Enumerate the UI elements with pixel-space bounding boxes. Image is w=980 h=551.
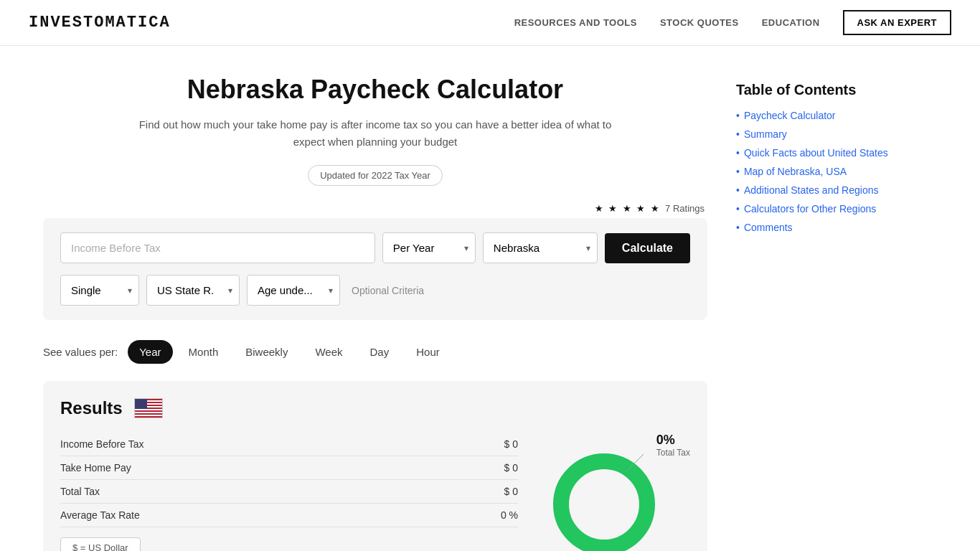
state-select[interactable]: Nebraska Alabama Alaska Arizona Californ… bbox=[483, 232, 598, 263]
result-totaltax-label: Total Tax bbox=[60, 486, 100, 497]
toc-link-quick-facts[interactable]: Quick Facts about United States bbox=[736, 147, 937, 159]
main-layout: Nebraska Paycheck Calculator Find out ho… bbox=[0, 46, 980, 551]
toc-item-2: Quick Facts about United States bbox=[736, 147, 937, 159]
filing-wrapper: Single Married Head of Household ▾ bbox=[60, 275, 139, 306]
toc-list: Paycheck Calculator Summary Quick Facts … bbox=[736, 110, 937, 233]
toc-item-3: Map of Nebraska, USA bbox=[736, 166, 937, 177]
nav-education[interactable]: EDUCATION bbox=[762, 17, 820, 28]
calculator-row-2: Single Married Head of Household ▾ US St… bbox=[60, 275, 690, 306]
toc-item-4: Additional States and Regions bbox=[736, 184, 937, 196]
filing-select[interactable]: Single Married Head of Household bbox=[60, 275, 139, 306]
income-input[interactable] bbox=[60, 232, 375, 263]
header: INVESTOMATICA RESOURCES AND TOOLS STOCK … bbox=[0, 0, 980, 46]
toc-link-calculators[interactable]: Calculators for Other Regions bbox=[736, 203, 937, 215]
result-row-takehome: Take Home Pay $ 0 bbox=[60, 456, 518, 480]
ask-expert-button[interactable]: ASK AN EXPERT bbox=[843, 10, 951, 35]
calculate-button[interactable]: Calculate bbox=[605, 233, 690, 263]
result-row-totaltax: Total Tax $ 0 bbox=[60, 480, 518, 504]
toc-link-additional-states[interactable]: Additional States and Regions bbox=[736, 184, 937, 196]
donut-chart-container: 0% Total Tax bbox=[532, 433, 690, 551]
results-box: Results Income Before Tax $ 0 Take Home … bbox=[43, 381, 707, 551]
svg-point-1 bbox=[561, 461, 647, 547]
results-table: Income Before Tax $ 0 Take Home Pay $ 0 … bbox=[60, 433, 518, 551]
result-row-income: Income Before Tax $ 0 bbox=[60, 433, 518, 456]
result-takehome-label: Take Home Pay bbox=[60, 462, 131, 474]
toc-item-6: Comments bbox=[736, 222, 937, 233]
currency-note: $ = US Dollar bbox=[60, 537, 518, 551]
toc-link-comments[interactable]: Comments bbox=[736, 222, 937, 233]
updated-badge: Updated for 2022 Tax Year bbox=[308, 165, 443, 186]
toc-link-summary[interactable]: Summary bbox=[736, 128, 937, 140]
result-row-avgrate: Average Tax Rate 0 % bbox=[60, 504, 518, 527]
state-res-select[interactable]: US State R... Non-Resident bbox=[146, 275, 240, 306]
period-selector: See values per: Year Month Biweekly Week… bbox=[43, 340, 707, 364]
results-title: Results bbox=[60, 398, 123, 418]
currency-badge: $ = US Dollar bbox=[60, 537, 141, 551]
content-area: Nebraska Paycheck Calculator Find out ho… bbox=[43, 75, 707, 551]
age-wrapper: Age unde... Age 65+ ▾ bbox=[247, 275, 340, 306]
period-label: See values per: bbox=[43, 346, 118, 358]
result-takehome-value: $ 0 bbox=[504, 462, 518, 474]
total-tax-pct: 0% bbox=[656, 433, 690, 448]
rating-row: ★ ★ ★ ★ ★ 7 Ratings bbox=[43, 203, 707, 214]
period-tab-year[interactable]: Year bbox=[128, 340, 172, 364]
page-subtitle: Find out how much your take home pay is … bbox=[138, 116, 612, 151]
nav-resources[interactable]: RESOURCES AND TOOLS bbox=[514, 17, 637, 28]
period-tabs: Year Month Biweekly Week Day Hour bbox=[128, 340, 451, 364]
period-tab-biweekly[interactable]: Biweekly bbox=[234, 340, 299, 364]
result-avgrate-label: Average Tax Rate bbox=[60, 509, 140, 521]
result-income-value: $ 0 bbox=[504, 438, 518, 450]
calculator-row-1: Per Year Per Month Per Week Per Day Per … bbox=[60, 232, 690, 263]
period-tab-month[interactable]: Month bbox=[177, 340, 230, 364]
page-title: Nebraska Paycheck Calculator bbox=[43, 75, 707, 105]
optional-criteria-label: Optional Criteria bbox=[352, 285, 424, 296]
toc-link-paycheck-calculator[interactable]: Paycheck Calculator bbox=[736, 110, 937, 121]
sidebar: Table of Contents Paycheck Calculator Su… bbox=[736, 75, 937, 551]
state-wrapper: Nebraska Alabama Alaska Arizona Californ… bbox=[483, 232, 598, 263]
period-tab-hour[interactable]: Hour bbox=[405, 340, 451, 364]
period-tab-day[interactable]: Day bbox=[359, 340, 401, 364]
toc-item-5: Calculators for Other Regions bbox=[736, 203, 937, 215]
chart-area: 0% Total Tax bbox=[532, 433, 690, 551]
donut-svg bbox=[547, 447, 661, 551]
main-nav: RESOURCES AND TOOLS STOCK QUOTES EDUCATI… bbox=[514, 10, 951, 35]
period-tab-week[interactable]: Week bbox=[303, 340, 354, 364]
result-totaltax-value: $ 0 bbox=[504, 486, 518, 497]
results-header: Results bbox=[60, 398, 690, 418]
result-avgrate-value: 0 % bbox=[501, 509, 518, 521]
us-flag-icon bbox=[134, 398, 163, 418]
toc-title: Table of Contents bbox=[736, 82, 937, 98]
rating-stars: ★ ★ ★ ★ ★ bbox=[595, 203, 661, 214]
toc-item-0: Paycheck Calculator bbox=[736, 110, 937, 121]
results-content: Income Before Tax $ 0 Take Home Pay $ 0 … bbox=[60, 433, 690, 551]
logo: INVESTOMATICA bbox=[29, 14, 171, 32]
result-income-label: Income Before Tax bbox=[60, 438, 143, 450]
per-year-wrapper: Per Year Per Month Per Week Per Day Per … bbox=[382, 232, 476, 263]
state-res-wrapper: US State R... Non-Resident ▾ bbox=[146, 275, 240, 306]
per-year-select[interactable]: Per Year Per Month Per Week Per Day Per … bbox=[382, 232, 476, 263]
calculator-box: Per Year Per Month Per Week Per Day Per … bbox=[43, 218, 707, 320]
age-select[interactable]: Age unde... Age 65+ bbox=[247, 275, 340, 306]
nav-stock-quotes[interactable]: STOCK QUOTES bbox=[660, 17, 739, 28]
rating-text: 7 Ratings bbox=[665, 203, 705, 214]
toc-link-map[interactable]: Map of Nebraska, USA bbox=[736, 166, 937, 177]
title-section: Nebraska Paycheck Calculator Find out ho… bbox=[43, 75, 707, 186]
toc-item-1: Summary bbox=[736, 128, 937, 140]
